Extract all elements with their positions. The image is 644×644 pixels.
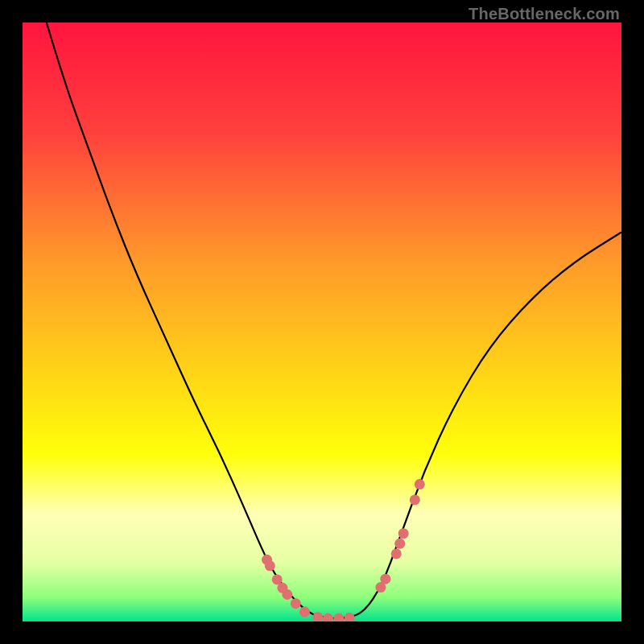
watermark-text: TheBottleneck.com [469,5,620,23]
marker-dot [394,539,405,549]
marker-dot [282,589,292,600]
chart-svg [23,23,621,621]
marker-dot [410,494,420,505]
marker-dot [415,479,425,489]
marker-dot [391,548,402,559]
gradient-bg [23,23,621,621]
marker-dot [265,560,275,571]
marker-dot [299,607,310,617]
marker-dot [398,528,409,539]
chart-area [23,23,621,621]
marker-dot [291,598,301,609]
marker-dot [380,574,390,584]
